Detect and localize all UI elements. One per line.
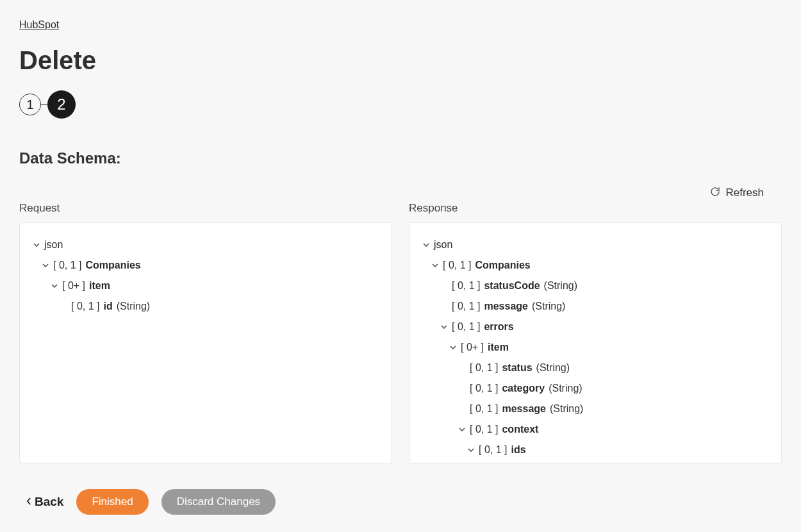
cardinality: [ 0, 1 ] [71,299,99,314]
chevron-down-icon [431,262,439,269]
cardinality: [ 0, 1 ] [443,258,471,273]
page-title: Delete [19,46,782,75]
breadcrumb-link[interactable]: HubSpot [19,19,59,31]
section-title: Data Schema: [19,149,782,167]
finished-button[interactable]: Finished [76,489,148,515]
refresh-button[interactable]: Refresh [19,187,782,199]
tree-node-status[interactable]: [ 0, 1 ] status (String) [422,358,768,378]
step-connector [41,104,47,105]
back-button[interactable]: Back [26,495,63,509]
chevron-down-icon [422,241,430,249]
tree-node-name: Companies [475,258,530,273]
cardinality: [ 0, 1 ] [53,258,81,273]
refresh-icon [710,187,720,199]
tree-node-name: Companies [85,258,140,273]
tree-node-name: status [502,360,532,376]
refresh-label: Refresh [725,187,764,199]
step-1[interactable]: 1 [19,94,41,115]
tree-node-name: message [502,401,546,417]
chevron-left-icon [26,495,32,509]
cardinality: [ 0, 1 ] [452,319,480,335]
tree-node-type: (String) [549,381,582,396]
tree-node-type: (String) [550,401,583,417]
tree-node-label: json [44,237,63,253]
tree-node-message[interactable]: [ 0, 1 ] message (String) [422,296,768,317]
tree-node-label: json [434,237,452,253]
cardinality: [ 0, 1 ] [470,360,498,376]
tree-node-name: message [484,299,528,314]
cardinality: [ 0+ ] [461,340,484,355]
tree-node-errors[interactable]: [ 0, 1 ] errors [422,317,768,337]
cardinality: [ 0+ ] [62,278,85,294]
request-label: Request [19,202,392,215]
cardinality: [ 0, 1 ] [470,401,498,417]
response-schema-box[interactable]: json [ 0, 1 ] Companies [ 0, 1 ] statusC… [409,222,782,463]
tree-node-name: context [502,422,538,437]
back-label: Back [35,495,63,509]
tree-node-item[interactable]: [ 0+ ] item [422,337,768,358]
tree-node-json[interactable]: json [33,235,379,255]
tree-node-name: item [488,340,509,355]
tree-node-ids[interactable]: [ 0, 1 ] ids [422,440,768,460]
tree-node-name: id [103,299,112,314]
step-2[interactable]: 2 [47,90,76,119]
chevron-down-icon [51,282,58,290]
tree-node-context[interactable]: [ 0, 1 ] context [422,419,768,440]
request-schema-box[interactable]: json [ 0, 1 ] Companies [ 0+ ] item [ 0,… [19,222,392,463]
cardinality: [ 0, 1 ] [479,442,507,458]
chevron-down-icon [449,344,457,351]
chevron-down-icon [42,262,49,269]
tree-node-item[interactable]: [ 0+ ] item [33,276,379,296]
tree-node-category[interactable]: [ 0, 1 ] category (String) [422,378,768,399]
tree-node-type: (String) [532,299,565,314]
tree-node-type: (String) [117,299,150,314]
tree-node-type: (String) [536,360,570,376]
tree-node-name: category [502,381,545,396]
tree-node-name: item [89,278,110,294]
tree-node-companies[interactable]: [ 0, 1 ] Companies [422,255,768,276]
tree-node-companies[interactable]: [ 0, 1 ] Companies [33,255,379,276]
tree-node-name: errors [484,319,513,335]
tree-node-json[interactable]: json [422,235,768,255]
chevron-down-icon [33,241,40,249]
response-label: Response [409,202,782,215]
tree-node-name: ids [511,442,525,458]
tree-node-message2[interactable]: [ 0, 1 ] message (String) [422,399,768,419]
discard-changes-button[interactable]: Discard Changes [161,489,276,515]
tree-node-type: (String) [544,278,577,294]
stepper: 1 2 [19,90,782,119]
tree-node-id[interactable]: [ 0, 1 ] id (String) [33,296,379,317]
tree-node-statuscode[interactable]: [ 0, 1 ] statusCode (String) [422,276,768,296]
chevron-down-icon [440,323,448,331]
cardinality: [ 0, 1 ] [470,381,498,396]
cardinality: [ 0, 1 ] [452,299,480,314]
chevron-down-icon [467,446,475,454]
cardinality: [ 0, 1 ] [452,278,480,294]
tree-node-name: statusCode [484,278,540,294]
cardinality: [ 0, 1 ] [470,422,498,437]
chevron-down-icon [458,426,466,433]
